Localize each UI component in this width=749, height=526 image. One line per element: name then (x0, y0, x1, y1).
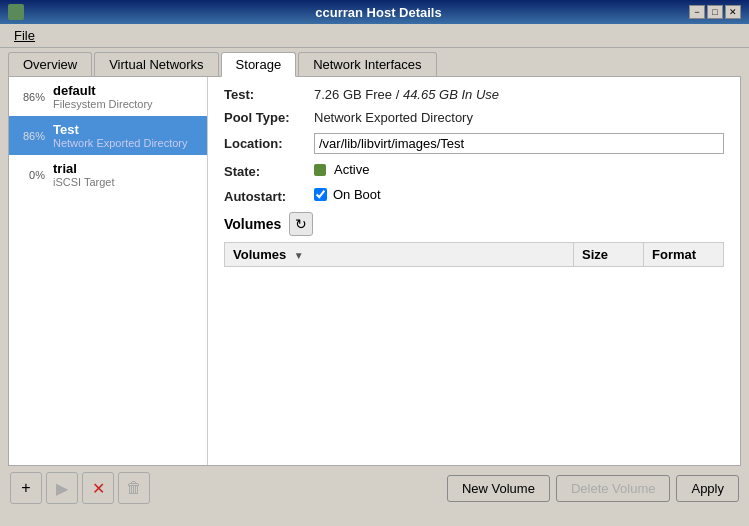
bottom-left-controls: + ▶ ✕ 🗑 (10, 472, 150, 504)
col-volumes: Volumes ▼ (225, 242, 574, 266)
refresh-volumes-button[interactable]: ↻ (289, 212, 313, 236)
pool-type-label: Pool Type: (224, 110, 314, 125)
free-text: 7.26 GB Free (314, 87, 392, 102)
bottom-bar: + ▶ ✕ 🗑 New Volume Delete Volume Apply (0, 466, 749, 510)
add-pool-button[interactable]: + (10, 472, 42, 504)
stop-pool-button[interactable]: ✕ (82, 472, 114, 504)
sidebar-pct-test: 86% (17, 130, 45, 142)
sidebar-sub-default: Filesystem Directory (53, 98, 199, 110)
sidebar-sub-test: Network Exported Directory (53, 137, 199, 149)
sidebar-name-test: Test (53, 122, 199, 137)
location-label: Location: (224, 136, 314, 151)
refresh-icon: ↻ (295, 216, 307, 232)
col-format: Format (644, 242, 724, 266)
active-icon (314, 164, 326, 176)
test-label: Test: (224, 87, 314, 102)
col-size: Size (574, 242, 644, 266)
pool-type-value: Network Exported Directory (314, 110, 473, 125)
autostart-value: On Boot (333, 187, 381, 202)
sidebar-sub-trial: iSCSI Target (53, 176, 199, 188)
delete-pool-button[interactable]: 🗑 (118, 472, 150, 504)
autostart-checkbox[interactable] (314, 188, 327, 201)
window-title: ccurran Host Details (68, 5, 689, 20)
location-row: Location: (224, 133, 724, 154)
test-value: 7.26 GB Free / 44.65 GB In Use (314, 87, 499, 102)
test-header-row: Test: 7.26 GB Free / 44.65 GB In Use (224, 87, 724, 102)
sidebar-item-trial[interactable]: 0% trial iSCSI Target (9, 155, 207, 194)
storage-sidebar: 86% default Filesystem Directory 86% Tes… (9, 77, 208, 465)
delete-volume-button[interactable]: Delete Volume (556, 475, 671, 502)
location-input[interactable] (314, 133, 724, 154)
volumes-header: Volumes ↻ (224, 212, 724, 236)
close-button[interactable]: ✕ (725, 5, 741, 19)
volumes-sort-icon: ▼ (294, 250, 304, 261)
table-header-row: Volumes ▼ Size Format (225, 242, 724, 266)
state-label: State: (224, 164, 314, 179)
sidebar-item-default[interactable]: 86% default Filesystem Directory (9, 77, 207, 116)
autostart-value-container: On Boot (314, 187, 381, 202)
state-value-container: Active (314, 162, 369, 177)
minimize-button[interactable]: − (689, 5, 705, 19)
tab-network-interfaces[interactable]: Network Interfaces (298, 52, 436, 76)
state-value: Active (334, 162, 369, 177)
main-content: 86% default Filesystem Directory 86% Tes… (8, 76, 741, 466)
volumes-label: Volumes (224, 216, 281, 232)
sidebar-name-default: default (53, 83, 199, 98)
title-bar: ccurran Host Details − □ ✕ (0, 0, 749, 24)
menu-bar: File (0, 24, 749, 48)
app-icon (8, 4, 24, 20)
volumes-table: Volumes ▼ Size Format (224, 242, 724, 267)
separator: / (396, 87, 403, 102)
sidebar-item-test[interactable]: 86% Test Network Exported Directory (9, 116, 207, 155)
tab-virtual-networks[interactable]: Virtual Networks (94, 52, 218, 76)
bottom-right-controls: New Volume Delete Volume Apply (447, 475, 739, 502)
in-use-text: 44.65 GB In Use (403, 87, 499, 102)
new-volume-button[interactable]: New Volume (447, 475, 550, 502)
apply-button[interactable]: Apply (676, 475, 739, 502)
autostart-row: Autostart: On Boot (224, 187, 724, 204)
tabs-container: Overview Virtual Networks Storage Networ… (0, 48, 749, 76)
volumes-section: Volumes ↻ Volumes ▼ Size Format (224, 212, 724, 267)
play-pool-button[interactable]: ▶ (46, 472, 78, 504)
tab-overview[interactable]: Overview (8, 52, 92, 76)
add-icon: + (21, 479, 30, 497)
detail-pane: Test: 7.26 GB Free / 44.65 GB In Use Poo… (208, 77, 740, 465)
sidebar-pct-default: 86% (17, 91, 45, 103)
file-menu[interactable]: File (8, 26, 41, 45)
pool-type-row: Pool Type: Network Exported Directory (224, 110, 724, 125)
delete-icon: 🗑 (126, 479, 142, 497)
tab-storage[interactable]: Storage (221, 52, 297, 77)
play-icon: ▶ (56, 479, 68, 498)
stop-icon: ✕ (92, 479, 105, 498)
sidebar-pct-trial: 0% (17, 169, 45, 181)
maximize-button[interactable]: □ (707, 5, 723, 19)
autostart-label: Autostart: (224, 189, 314, 204)
state-row: State: Active (224, 162, 724, 179)
sidebar-name-trial: trial (53, 161, 199, 176)
